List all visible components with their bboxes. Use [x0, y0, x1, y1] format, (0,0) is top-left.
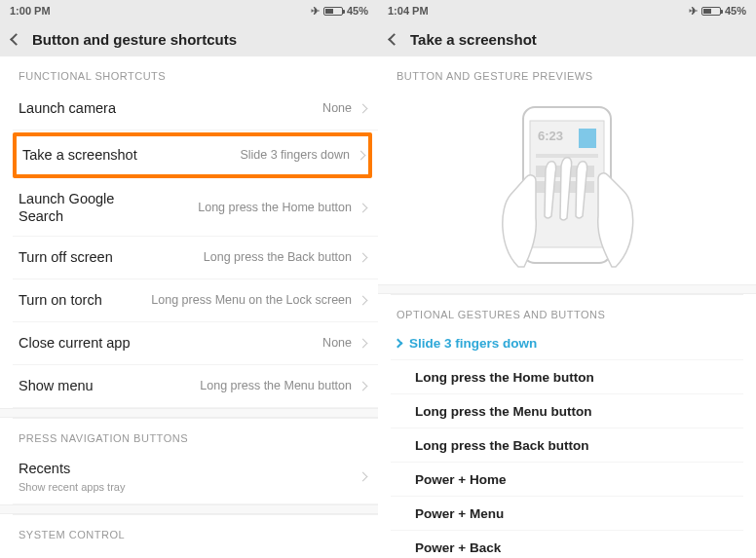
option-long-press-home[interactable]: Long press the Home button: [391, 360, 743, 394]
battery-percent: 45%: [347, 5, 368, 17]
row-value: Long press the Menu button: [101, 379, 352, 394]
chevron-right-icon: [359, 253, 368, 263]
row-value: Long press the Back button: [121, 250, 352, 266]
row-turn-off-screen[interactable]: Turn off screen Long press the Back butt…: [13, 237, 378, 279]
battery-icon: [701, 7, 721, 16]
status-icons: ✈ 45%: [689, 5, 746, 18]
status-time: 1:04 PM: [388, 5, 429, 17]
status-time: 1:00 PM: [10, 5, 51, 17]
title-bar: Take a screenshot: [378, 21, 756, 56]
chevron-right-icon: [359, 296, 368, 306]
option-power-home[interactable]: Power + Home: [391, 463, 743, 497]
airplane-icon: ✈: [311, 5, 320, 18]
chevron-right-icon: [394, 338, 403, 348]
chevron-right-icon: [359, 382, 368, 391]
row-take-screenshot[interactable]: Take a screenshot Slide 3 fingers down: [13, 132, 372, 178]
section-functional-shortcuts: FUNCTIONAL SHORTCUTS: [13, 56, 378, 88]
row-value: Slide 3 fingers down: [145, 148, 350, 164]
row-label: Launch camera: [19, 100, 116, 117]
pane-take-a-screenshot: 1:04 PM ✈ 45% Take a screenshot BUTTON A…: [378, 0, 756, 558]
option-power-menu[interactable]: Power + Menu: [391, 497, 743, 531]
row-label: Turn off screen: [19, 249, 113, 266]
option-label: Long press the Menu button: [415, 404, 592, 419]
row-launch-camera[interactable]: Launch camera None: [13, 88, 378, 130]
option-label: Power + Menu: [415, 506, 504, 521]
chevron-right-icon: [359, 339, 368, 349]
battery-icon: [323, 7, 343, 16]
back-icon[interactable]: [388, 33, 400, 46]
option-label: Long press the Home button: [415, 370, 594, 385]
option-label: Slide 3 fingers down: [409, 336, 537, 351]
row-value: Long press the Home button: [143, 201, 352, 216]
section-optional-gestures: OPTIONAL GESTURES AND BUTTONS: [391, 294, 743, 326]
screenshot-options-screen[interactable]: BUTTON AND GESTURE PREVIEWS 6:23: [378, 56, 756, 558]
row-label: Launch Google Search: [19, 191, 135, 225]
section-system-control: SYSTEM CONTROL: [13, 514, 378, 546]
row-value: Long press Menu on the Lock screen: [110, 293, 352, 309]
back-icon[interactable]: [10, 33, 22, 46]
option-label: Power + Home: [415, 472, 506, 487]
row-value: None: [124, 101, 352, 117]
row-close-current-app[interactable]: Close current app None: [13, 322, 378, 365]
row-turn-on-torch[interactable]: Turn on torch Long press Menu on the Loc…: [13, 279, 378, 322]
chevron-right-icon: [359, 204, 368, 213]
preview-clock-text: 6:23: [538, 129, 563, 143]
option-slide-3-fingers-down[interactable]: Slide 3 fingers down: [391, 326, 743, 360]
settings-list[interactable]: FUNCTIONAL SHORTCUTS Launch camera None …: [0, 56, 378, 558]
status-bar: 1:00 PM ✈ 45%: [0, 0, 378, 21]
title-bar: Button and gesture shortcuts: [0, 21, 378, 56]
status-bar: 1:04 PM ✈ 45%: [378, 0, 756, 21]
svg-rect-2: [579, 129, 596, 148]
pane-button-gesture-shortcuts: 1:00 PM ✈ 45% Button and gesture shortcu…: [0, 0, 378, 558]
option-long-press-menu[interactable]: Long press the Menu button: [391, 394, 743, 428]
page-title: Take a screenshot: [410, 31, 537, 48]
row-value: None: [137, 336, 352, 352]
row-label: Close current app: [19, 335, 130, 352]
row-launch-google-search[interactable]: Launch Google Search Long press the Home…: [13, 180, 378, 237]
status-icons: ✈ 45%: [311, 5, 368, 18]
option-long-press-back[interactable]: Long press the Back button: [391, 428, 743, 463]
chevron-right-icon: [357, 151, 366, 161]
row-sublabel: Show recent apps tray: [19, 481, 352, 493]
row-label: Recents: [19, 461, 352, 477]
airplane-icon: ✈: [689, 5, 698, 18]
chevron-right-icon: [359, 104, 368, 114]
chevron-right-icon: [359, 471, 368, 481]
option-power-back[interactable]: Power + Back: [391, 531, 743, 558]
page-title: Button and gesture shortcuts: [32, 31, 237, 48]
row-show-menu[interactable]: Show menu Long press the Menu button: [13, 365, 378, 408]
option-label: Power + Back: [415, 540, 501, 555]
gesture-preview: 6:23: [391, 88, 743, 284]
option-label: Long press the Back button: [415, 438, 589, 453]
row-label: Show menu: [19, 378, 94, 394]
section-button-gesture-previews: BUTTON AND GESTURE PREVIEWS: [391, 56, 743, 88]
gesture-preview-illustration: 6:23: [470, 101, 664, 273]
row-label: Turn on torch: [19, 292, 102, 309]
section-press-navigation-buttons: PRESS NAVIGATION BUTTONS: [13, 418, 378, 450]
battery-percent: 45%: [725, 5, 746, 17]
row-recents[interactable]: Recents Show recent apps tray: [13, 450, 378, 503]
row-label: Take a screenshot: [22, 147, 137, 164]
